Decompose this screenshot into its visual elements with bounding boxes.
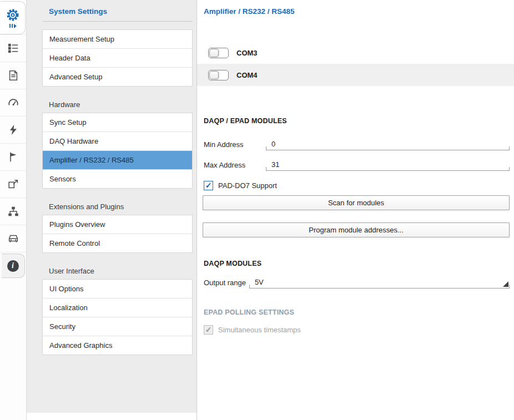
toggle-knob (209, 49, 219, 57)
sidebar-item-plugins-overview[interactable]: Plugins Overview (43, 215, 192, 234)
iconbar-item-info[interactable] (0, 252, 26, 279)
settings-active-tab (1, 1, 26, 34)
epad-polling-header: EPAD POLLING SETTINGS (204, 308, 507, 316)
sidebar-group-hardware: Hardware Sync Setup DAQ Hardware Amplifi… (42, 95, 193, 189)
settings-main-panel: Amplifier / RS232 / RS485 COM3 COM4 DAQP… (197, 0, 514, 420)
export-arrow-icon (7, 178, 19, 190)
sidebar-title: System Settings (27, 0, 196, 21)
dropdown-triangle-icon (503, 281, 508, 287)
sidebar-item-advanced-setup[interactable]: Advanced Setup (43, 67, 192, 86)
iconbar-item-vehicle[interactable] (0, 225, 26, 252)
toggle-knob (209, 71, 219, 79)
pad-do7-row: PAD-DO7 Support (204, 180, 507, 191)
sidebar-group-extensions: Extensions and Plugins Plugins Overview … (42, 198, 193, 253)
lightning-icon (7, 124, 19, 136)
sidebar-item-localization[interactable]: Localization (43, 298, 192, 317)
gear-icon (6, 8, 20, 22)
sidebar-item-amplifier-rs232-rs485[interactable]: Amplifier / RS232 / RS485 (43, 150, 192, 169)
iconbar-item-measure[interactable] (0, 89, 26, 116)
min-address-input[interactable]: 0 (266, 140, 510, 150)
fast-forward-icon (9, 24, 17, 28)
car-icon (7, 232, 19, 245)
output-range-label: Output range (204, 279, 246, 289)
sidebar-item-sensors[interactable]: Sensors (43, 169, 192, 188)
divider (42, 21, 193, 22)
sidebar-item-measurement-setup[interactable]: Measurement Setup (43, 30, 192, 48)
info-icon (7, 260, 19, 272)
com3-label: COM3 (236, 49, 258, 57)
program-module-addresses-button[interactable]: Program module addresses... (203, 222, 510, 237)
sidebar-item-daq-hardware[interactable]: DAQ Hardware (43, 131, 192, 150)
iconbar-item-start[interactable] (0, 143, 26, 170)
sidebar-content: System Settings Measurement Setup Header… (27, 0, 196, 413)
flag-icon (7, 151, 19, 163)
com4-row: COM4 (197, 64, 514, 86)
simultaneous-timestamps-label: Simultaneous timestamps (218, 326, 301, 334)
sidebar-group-user-interface: User Interface UI Options Localization S… (42, 262, 193, 355)
daqp-modules-header: DAQP MODULES (204, 260, 507, 267)
settings-window: System Settings Measurement Setup Header… (0, 0, 514, 420)
sidebar-group-header-hardware: Hardware (42, 95, 193, 113)
network-tree-icon (7, 205, 19, 217)
sidebar-group-header-user-interface: User Interface (42, 262, 193, 279)
gauge-icon (7, 97, 19, 109)
info-tab (2, 254, 25, 278)
sidebar-item-remote-control[interactable]: Remote Control (43, 234, 192, 252)
iconbar-item-network[interactable] (0, 198, 26, 225)
daqp-epad-modules-header: DAQP / EPAD MODULES (204, 117, 507, 125)
sidebar-bottom-strip (27, 413, 196, 420)
page-title: Amplifier / RS232 / RS485 (197, 0, 514, 16)
iconbar-item-header-data[interactable] (0, 62, 26, 89)
max-address-label: Max Address (204, 161, 266, 171)
simultaneous-timestamps-checkbox (204, 325, 213, 335)
sidebar-group-general: Measurement Setup Header Data Advanced S… (42, 29, 193, 87)
output-range-value: 5V (255, 278, 264, 286)
com3-row: COM3 (197, 42, 514, 64)
iconbar-item-channel-list[interactable] (0, 34, 26, 62)
min-address-row: Min Address 0 (204, 138, 510, 150)
simultaneous-timestamps-row: Simultaneous timestamps (204, 324, 507, 335)
document-icon (7, 69, 19, 82)
iconbar-item-settings[interactable] (0, 0, 26, 34)
sidebar-group-header-extensions: Extensions and Plugins (42, 198, 193, 215)
settings-sidebar: System Settings Measurement Setup Header… (27, 0, 197, 420)
sidebar-item-header-data[interactable]: Header Data (43, 48, 192, 67)
mode-iconbar (0, 0, 27, 420)
max-address-value: 31 (271, 160, 279, 169)
max-address-row: Max Address 31 (204, 159, 510, 171)
output-range-dropdown[interactable]: 5V (249, 278, 510, 289)
sidebar-item-security[interactable]: Security (43, 317, 192, 336)
min-address-value: 0 (271, 140, 275, 148)
output-range-row: Output range 5V (204, 276, 510, 289)
iconbar-item-trigger[interactable] (0, 116, 26, 143)
com4-toggle[interactable] (208, 70, 229, 80)
com3-toggle[interactable] (208, 48, 229, 58)
iconbar-item-export[interactable] (0, 170, 26, 198)
pad-do7-checkbox[interactable] (204, 181, 213, 190)
com4-label: COM4 (236, 71, 258, 79)
sidebar-item-ui-options[interactable]: UI Options (43, 280, 192, 298)
com-port-list: COM3 COM4 (197, 42, 514, 86)
sidebar-item-sync-setup[interactable]: Sync Setup (43, 113, 192, 131)
sidebar-item-advanced-graphics[interactable]: Advanced Graphics (43, 336, 192, 355)
channel-list-icon (7, 42, 19, 54)
max-address-input[interactable]: 31 (266, 160, 510, 171)
min-address-label: Min Address (204, 140, 266, 150)
scan-for-modules-button[interactable]: Scan for modules (203, 195, 510, 210)
pad-do7-label: PAD-DO7 Support (218, 181, 277, 190)
